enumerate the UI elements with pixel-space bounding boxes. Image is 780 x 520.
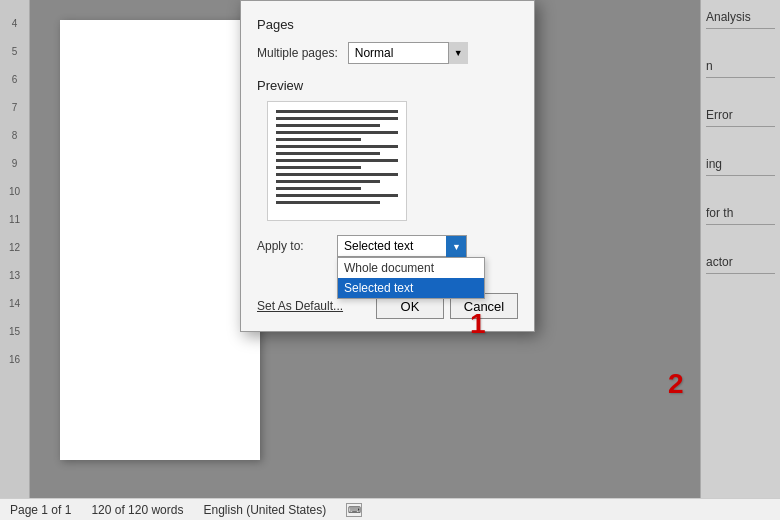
preview-line [276,166,361,169]
preview-line [276,159,398,162]
preview-line [276,131,398,134]
preview-line [276,124,380,127]
preview-line [276,152,380,155]
preview-line [276,173,398,176]
preview-box [267,101,407,221]
preview-line [276,194,398,197]
apply-to-select[interactable]: Selected text ▼ [337,235,467,257]
page-setup-dialog: Pages Multiple pages: Normal ▼ Preview [240,0,535,332]
set-as-default-button[interactable]: Set As Default... [257,299,343,313]
apply-to-value: Selected text [344,239,413,253]
multiple-pages-row: Multiple pages: Normal ▼ [257,42,518,64]
preview-line [276,201,380,204]
multiple-pages-select[interactable]: Normal [348,42,468,64]
preview-line [276,110,398,113]
dropdown-item-selected-text[interactable]: Selected text [338,278,484,298]
apply-to-arrow[interactable]: ▼ [446,236,466,258]
pages-section-title: Pages [257,17,518,32]
dropdown-item-whole-document[interactable]: Whole document [338,258,484,278]
apply-to-dropdown-wrapper[interactable]: Selected text ▼ Whole document Selected … [337,235,467,257]
preview-line [276,138,361,141]
multiple-pages-label: Multiple pages: [257,46,338,60]
apply-to-row: Apply to: Selected text ▼ Whole document… [257,235,518,257]
preview-line [276,145,398,148]
dialog-overlay: Pages Multiple pages: Normal ▼ Preview [0,0,780,520]
preview-line [276,180,380,183]
preview-title: Preview [257,78,518,93]
preview-section: Preview [257,78,518,221]
multiple-pages-select-wrapper: Normal ▼ [348,42,468,64]
preview-line [276,117,398,120]
apply-to-menu[interactable]: Whole document Selected text [337,257,485,299]
apply-to-label: Apply to: [257,239,337,253]
preview-line [276,187,361,190]
